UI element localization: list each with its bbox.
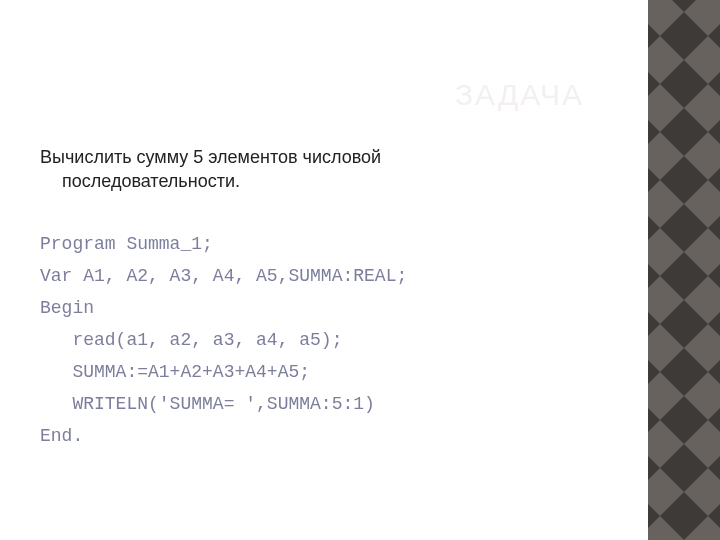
code-line: SUMMA:=A1+A2+A3+A4+A5; [40,362,310,382]
svg-rect-8 [648,0,720,540]
code-line: Var A1, A2, A3, A4, A5,SUMMA:REAL; [40,266,407,286]
code-line: Begin [40,298,94,318]
task-line-1: Вычислить сумму 5 элементов числовой [40,147,381,167]
diamond-sidebar [648,0,720,540]
code-block: Program Summa_1; Var A1, A2, A3, A4, A5,… [40,228,600,452]
task-text: Вычислить сумму 5 элементов числовой пос… [40,145,600,194]
content-area: Вычислить сумму 5 элементов числовой пос… [40,145,600,452]
code-line: read(a1, a2, a3, a4, a5); [40,330,342,350]
code-line: WRITELN('SUMMA= ',SUMMA:5:1) [40,394,375,414]
slide-title: ЗАДАЧА [0,78,640,112]
code-line: End. [40,426,83,446]
diamond-pattern-icon [648,0,720,540]
task-line-2: последовательности. [40,169,600,193]
slide: ЗАДАЧА Вычислить сумму 5 элементов число… [0,0,720,540]
code-line: Program Summa_1; [40,234,213,254]
